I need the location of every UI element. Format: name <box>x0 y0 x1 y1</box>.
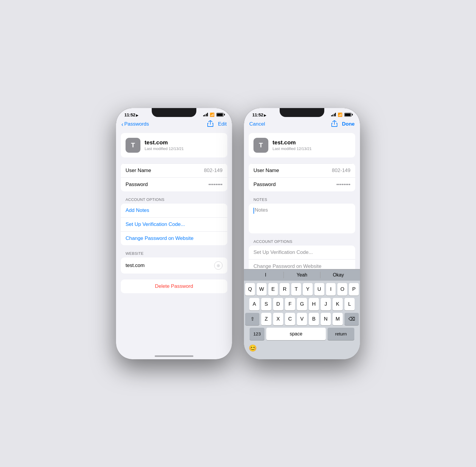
site-name-2: test.com <box>273 139 312 146</box>
website-field-1[interactable]: test.com ⊕ <box>121 257 227 274</box>
key-d[interactable]: D <box>273 298 283 310</box>
keyboard-toolbar-2: I Yeah Okay <box>244 269 360 281</box>
setup-verification-btn-2[interactable]: Set Up Verification Code... <box>249 246 355 259</box>
credentials-card-2: User Name 802-149 Password •••••••• <box>249 163 355 191</box>
notch-1 <box>152 108 196 117</box>
key-v[interactable]: V <box>297 313 307 325</box>
key-b[interactable]: B <box>309 313 319 325</box>
keyboard-2: I Yeah Okay Q W E R T Y U I O P <box>244 269 360 359</box>
status-time-1: 11:52 <box>124 112 138 117</box>
setup-verification-btn-1[interactable]: Set Up Verification Code... <box>121 217 227 231</box>
password-row-1[interactable]: Password •••••••• <box>121 177 227 191</box>
notes-card-2[interactable]: Notes <box>249 204 355 233</box>
status-icons-2: 📶 <box>331 113 352 117</box>
key-i[interactable]: I <box>326 283 336 296</box>
key-h[interactable]: H <box>309 298 319 310</box>
space-label: space <box>290 331 303 337</box>
wifi-icon-1: 📶 <box>210 113 214 117</box>
key-f[interactable]: F <box>285 298 295 310</box>
cancel-button-2[interactable]: Cancel <box>249 121 265 127</box>
username-row-2[interactable]: User Name 802-149 <box>249 163 355 177</box>
back-button-1[interactable]: ‹ Passwords <box>121 121 149 127</box>
key-l[interactable]: L <box>345 298 355 310</box>
key-r[interactable]: R <box>280 283 289 296</box>
phone-1-screen: 11:52 📶 ‹ Passwords <box>116 108 232 359</box>
website-card-1: test.com ⊕ <box>121 257 227 274</box>
change-password-btn-1[interactable]: Change Password on Website <box>121 231 227 245</box>
key-z[interactable]: Z <box>261 313 271 325</box>
key-w[interactable]: W <box>257 283 267 296</box>
delete-card-1: Delete Password <box>121 279 227 293</box>
key-q[interactable]: Q <box>245 283 255 296</box>
key-c[interactable]: C <box>285 313 295 325</box>
edit-button-1[interactable]: Edit <box>218 121 227 127</box>
password-row-2[interactable]: Password •••••••• <box>249 177 355 191</box>
done-button-2[interactable]: Done <box>342 121 355 127</box>
username-row-1[interactable]: User Name 802-149 <box>121 163 227 177</box>
content-1: T test.com Last modified 12/13/21 User N… <box>116 131 232 302</box>
shift-key[interactable]: ⇧ <box>245 313 259 325</box>
key-n[interactable]: N <box>321 313 331 325</box>
suggestion-okay[interactable]: Okay <box>320 272 356 278</box>
key-a[interactable]: A <box>249 298 259 310</box>
emoji-button-2[interactable]: 😊 <box>248 343 258 353</box>
key-s[interactable]: S <box>261 298 271 310</box>
password-value-1: •••••••• <box>208 182 223 188</box>
notes-placeholder-2: Notes <box>253 207 350 214</box>
website-header-1: WEBSITE <box>121 251 227 257</box>
key-g[interactable]: G <box>297 298 307 310</box>
globe-icon-1: ⊕ <box>214 261 223 270</box>
website-value-1: test.com <box>126 263 145 268</box>
password-label-1: Password <box>126 182 148 188</box>
delete-button-1[interactable]: Delete Password <box>121 279 227 293</box>
last-modified-1: Last modified 12/13/21 <box>145 146 184 151</box>
share-button-1[interactable] <box>207 120 213 128</box>
username-value-2: 802-149 <box>332 168 350 174</box>
home-indicator-1 <box>155 355 193 357</box>
space-key[interactable]: space <box>266 328 326 340</box>
site-icon-letter-2: T <box>259 141 263 149</box>
account-options-card-1: Add Notes Set Up Verification Code... Ch… <box>121 204 227 245</box>
key-j[interactable]: J <box>321 298 331 310</box>
key-y[interactable]: Y <box>303 283 313 296</box>
cancel-label-2: Cancel <box>249 121 265 127</box>
key-p[interactable]: P <box>349 283 359 296</box>
header-card-inner-1: T test.com Last modified 12/13/21 <box>121 133 227 157</box>
site-info-1: test.com Last modified 12/13/21 <box>145 139 184 151</box>
battery-icon-2 <box>344 113 352 117</box>
nav-bar-1: ‹ Passwords Edit <box>116 119 232 131</box>
battery-icon-1 <box>216 113 224 117</box>
back-label-1: Passwords <box>124 121 149 127</box>
notes-cursor-2 <box>253 208 254 214</box>
key-x[interactable]: X <box>273 313 283 325</box>
keyboard-rows-2: Q W E R T Y U I O P A S D F G <box>244 281 360 341</box>
username-label-2: User Name <box>253 168 279 174</box>
setup-verification-label-2: Set Up Verification Code... <box>253 249 313 255</box>
site-info-2: test.com Last modified 12/13/21 <box>273 139 312 151</box>
nav-actions-1: Edit <box>207 120 227 128</box>
suggestion-yeah[interactable]: Yeah <box>284 272 320 278</box>
site-icon-2: T <box>253 138 268 153</box>
key-k[interactable]: K <box>333 298 343 310</box>
backspace-key[interactable]: ⌫ <box>345 313 359 325</box>
return-key[interactable]: return <box>328 328 354 340</box>
change-password-label-2: Change Password on Website <box>253 263 321 269</box>
share-button-2[interactable] <box>331 120 337 128</box>
nav-bar-2: Cancel Done <box>244 119 360 131</box>
add-notes-btn-1[interactable]: Add Notes <box>121 204 227 217</box>
key-o[interactable]: O <box>337 283 347 296</box>
signal-icon-1 <box>203 113 208 116</box>
header-card-1: T test.com Last modified 12/13/21 <box>121 133 227 157</box>
key-t[interactable]: T <box>291 283 301 296</box>
setup-verification-label-1: Set Up Verification Code... <box>126 221 185 227</box>
key-u[interactable]: U <box>314 283 324 296</box>
suggestion-i[interactable]: I <box>248 272 284 278</box>
phone-2-screen: 11:52 📶 Cancel <box>244 108 360 359</box>
numbers-key[interactable]: 123 <box>250 328 264 340</box>
change-password-label-1: Change Password on Website <box>126 235 193 241</box>
status-time-2: 11:52 <box>252 112 266 117</box>
notes-header-2: NOTES <box>249 197 355 204</box>
key-e[interactable]: E <box>268 283 278 296</box>
key-m[interactable]: M <box>333 313 343 325</box>
keyboard-bottom-2: 😊 <box>244 341 360 359</box>
